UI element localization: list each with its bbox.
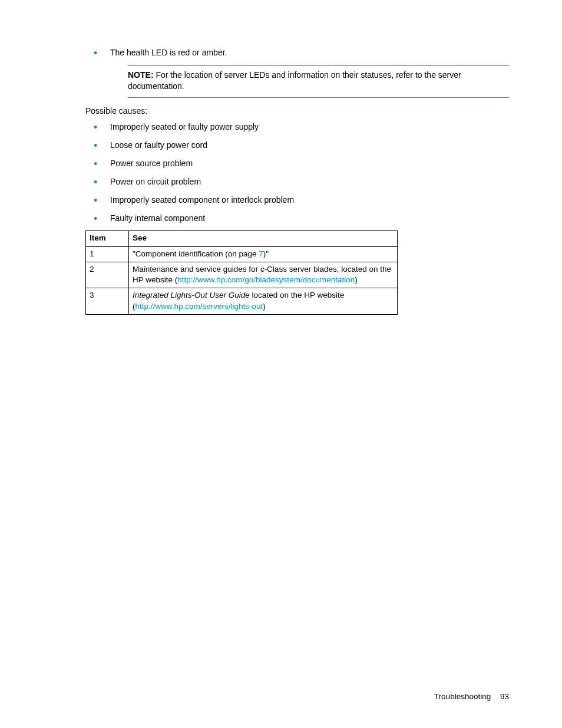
table-header-item: Item — [86, 231, 129, 246]
table-cell-item: 2 — [86, 262, 129, 288]
cell-italic-text: Integrated Lights-Out User Guide — [133, 291, 250, 299]
list-item: Power source problem — [85, 158, 509, 169]
table-header-row: Item See — [86, 231, 398, 246]
cell-text: "Component identification (on page — [133, 249, 259, 258]
list-item: The health LED is red or amber. — [85, 47, 509, 58]
table-row: 3 Integrated Lights-Out User Guide locat… — [86, 288, 398, 314]
footer-page-number: 93 — [500, 692, 509, 701]
cell-text: ) — [263, 302, 266, 311]
list-item: Improperly seated component or interlock… — [85, 195, 509, 206]
page-link[interactable]: 7 — [259, 249, 263, 258]
list-item: Loose or faulty power cord — [85, 140, 509, 151]
url-link[interactable]: http://www.hp.com/go/bladesystem/documen… — [177, 275, 355, 284]
document-page: The health LED is red or amber. NOTE: Fo… — [0, 0, 562, 315]
top-bullet-list: The health LED is red or amber. — [85, 47, 509, 58]
cell-text: )" — [263, 249, 269, 258]
table-cell-see: Maintenance and service guides for c-Cla… — [129, 262, 398, 288]
table-cell-see: Integrated Lights-Out User Guide located… — [129, 288, 398, 314]
url-link[interactable]: http://www.hp.com/servers/lights-out — [135, 302, 263, 311]
table-cell-see: "Component identification (on page 7)" — [129, 246, 398, 262]
table-cell-item: 3 — [86, 288, 129, 314]
footer-section: Troubleshooting — [434, 692, 491, 701]
note-text: For the location of server LEDs and info… — [128, 70, 461, 91]
causes-list: Improperly seated or faulty power supply… — [85, 121, 509, 223]
reference-table: Item See 1 "Component identification (on… — [85, 230, 398, 314]
page-footer: Troubleshooting 93 — [434, 692, 509, 701]
list-item: Power on circuit problem — [85, 176, 509, 187]
note-box: NOTE: For the location of server LEDs an… — [128, 65, 509, 98]
table-header-see: See — [129, 231, 398, 246]
causes-heading: Possible causes: — [85, 106, 509, 116]
table-row: 1 "Component identification (on page 7)" — [86, 246, 398, 262]
note-label: NOTE: — [128, 70, 154, 80]
table-cell-item: 1 — [86, 246, 129, 262]
table-row: 2 Maintenance and service guides for c-C… — [86, 262, 398, 288]
cell-text: ) — [355, 275, 358, 284]
list-item: Improperly seated or faulty power supply — [85, 121, 509, 133]
list-item: Faulty internal component — [85, 213, 509, 224]
